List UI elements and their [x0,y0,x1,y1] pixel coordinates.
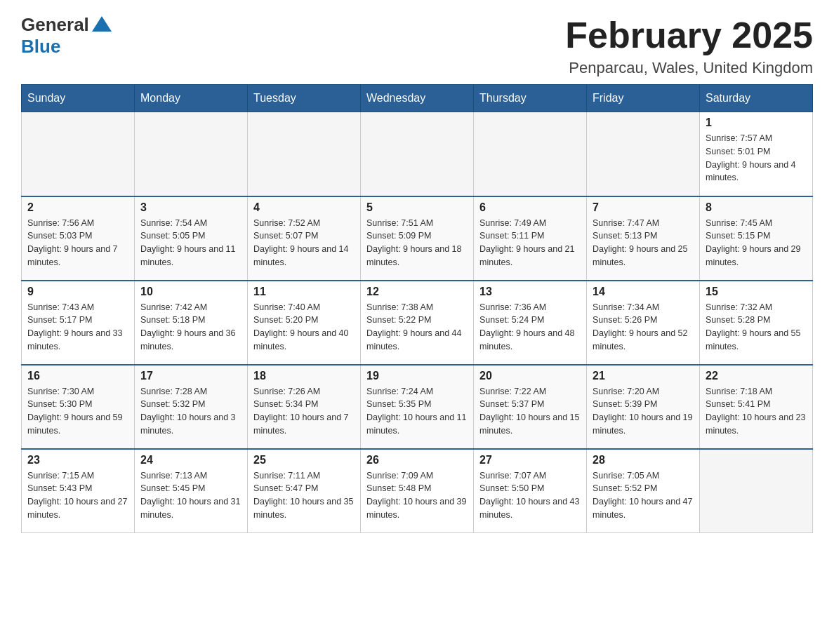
calendar-cell: 17Sunrise: 7:28 AMSunset: 5:32 PMDayligh… [135,365,248,449]
calendar-week-row: 23Sunrise: 7:15 AMSunset: 5:43 PMDayligh… [22,449,813,533]
day-info: Sunrise: 7:42 AMSunset: 5:18 PMDaylight:… [140,301,241,354]
day-info: Sunrise: 7:05 AMSunset: 5:52 PMDaylight:… [593,469,694,522]
day-info: Sunrise: 7:54 AMSunset: 5:05 PMDaylight:… [140,217,241,269]
calendar-week-row: 1Sunrise: 7:57 AMSunset: 5:01 PMDaylight… [22,112,813,196]
calendar-cell [474,112,587,196]
day-number: 20 [479,370,581,382]
day-number: 7 [593,201,694,214]
day-number: 5 [366,201,468,214]
day-number: 11 [253,286,355,298]
calendar-cell [587,112,700,196]
calendar-cell [135,112,248,196]
day-info: Sunrise: 7:07 AMSunset: 5:50 PMDaylight:… [479,469,581,522]
day-number: 21 [593,370,694,382]
day-info: Sunrise: 7:38 AMSunset: 5:22 PMDaylight:… [366,301,468,354]
day-number: 2 [27,201,128,214]
weekday-header-monday: Monday [135,85,248,112]
day-number: 6 [479,201,581,214]
location-subtitle: Penparcau, Wales, United Kingdom [565,59,813,77]
calendar-cell: 27Sunrise: 7:07 AMSunset: 5:50 PMDayligh… [474,449,587,533]
day-number: 28 [593,454,694,467]
calendar-cell: 23Sunrise: 7:15 AMSunset: 5:43 PMDayligh… [22,449,135,533]
day-info: Sunrise: 7:40 AMSunset: 5:20 PMDaylight:… [253,301,355,354]
day-number: 15 [706,286,807,298]
calendar-cell [361,112,474,196]
calendar-cell [248,112,361,196]
day-info: Sunrise: 7:13 AMSunset: 5:45 PMDaylight:… [140,469,241,522]
day-info: Sunrise: 7:52 AMSunset: 5:07 PMDaylight:… [253,217,355,269]
day-info: Sunrise: 7:28 AMSunset: 5:32 PMDaylight:… [140,385,241,438]
calendar-cell: 20Sunrise: 7:22 AMSunset: 5:37 PMDayligh… [474,365,587,449]
day-number: 18 [253,370,355,382]
day-number: 26 [366,454,468,467]
day-number: 22 [706,370,807,382]
logo-blue-text: Blue [21,36,60,58]
day-info: Sunrise: 7:49 AMSunset: 5:11 PMDaylight:… [479,217,581,269]
calendar-cell: 4Sunrise: 7:52 AMSunset: 5:07 PMDaylight… [248,196,361,281]
day-number: 8 [706,201,807,214]
weekday-header-thursday: Thursday [474,85,587,112]
calendar-cell: 5Sunrise: 7:51 AMSunset: 5:09 PMDaylight… [361,196,474,281]
calendar-cell: 6Sunrise: 7:49 AMSunset: 5:11 PMDaylight… [474,196,587,281]
day-number: 13 [479,286,581,298]
day-info: Sunrise: 7:11 AMSunset: 5:47 PMDaylight:… [253,469,355,522]
weekday-header-saturday: Saturday [700,85,813,112]
day-info: Sunrise: 7:56 AMSunset: 5:03 PMDaylight:… [27,217,128,269]
calendar-cell: 22Sunrise: 7:18 AMSunset: 5:41 PMDayligh… [700,365,813,449]
day-number: 3 [140,201,241,214]
day-info: Sunrise: 7:32 AMSunset: 5:28 PMDaylight:… [706,301,807,354]
weekday-header-row: SundayMondayTuesdayWednesdayThursdayFrid… [22,85,813,112]
calendar-cell: 25Sunrise: 7:11 AMSunset: 5:47 PMDayligh… [248,449,361,533]
day-number: 9 [27,286,128,298]
calendar-cell: 3Sunrise: 7:54 AMSunset: 5:05 PMDaylight… [135,196,248,281]
calendar-cell: 2Sunrise: 7:56 AMSunset: 5:03 PMDaylight… [22,196,135,281]
calendar-cell: 13Sunrise: 7:36 AMSunset: 5:24 PMDayligh… [474,281,587,365]
calendar-cell: 15Sunrise: 7:32 AMSunset: 5:28 PMDayligh… [700,281,813,365]
day-number: 19 [366,370,468,382]
weekday-header-friday: Friday [587,85,700,112]
calendar-week-row: 16Sunrise: 7:30 AMSunset: 5:30 PMDayligh… [22,365,813,449]
calendar-week-row: 9Sunrise: 7:43 AMSunset: 5:17 PMDaylight… [22,281,813,365]
calendar-cell: 28Sunrise: 7:05 AMSunset: 5:52 PMDayligh… [587,449,700,533]
title-section: February 2025 Penparcau, Wales, United K… [565,14,813,77]
calendar-cell [700,449,813,533]
day-number: 16 [27,370,128,382]
calendar-cell: 11Sunrise: 7:40 AMSunset: 5:20 PMDayligh… [248,281,361,365]
day-number: 17 [140,370,241,382]
logo: General Blue [21,14,112,58]
day-info: Sunrise: 7:45 AMSunset: 5:15 PMDaylight:… [706,217,807,269]
calendar-week-row: 2Sunrise: 7:56 AMSunset: 5:03 PMDaylight… [22,196,813,281]
day-number: 24 [140,454,241,467]
day-info: Sunrise: 7:20 AMSunset: 5:39 PMDaylight:… [593,385,694,438]
day-number: 4 [253,201,355,214]
calendar-cell: 12Sunrise: 7:38 AMSunset: 5:22 PMDayligh… [361,281,474,365]
day-info: Sunrise: 7:43 AMSunset: 5:17 PMDaylight:… [27,301,128,354]
calendar-cell: 16Sunrise: 7:30 AMSunset: 5:30 PMDayligh… [22,365,135,449]
weekday-header-tuesday: Tuesday [248,85,361,112]
calendar-cell: 7Sunrise: 7:47 AMSunset: 5:13 PMDaylight… [587,196,700,281]
day-number: 1 [706,116,807,129]
calendar-cell: 8Sunrise: 7:45 AMSunset: 5:15 PMDaylight… [700,196,813,281]
day-number: 23 [27,454,128,467]
day-info: Sunrise: 7:09 AMSunset: 5:48 PMDaylight:… [366,469,468,522]
day-info: Sunrise: 7:57 AMSunset: 5:01 PMDaylight:… [706,132,807,185]
logo-general-text: General [21,14,89,36]
calendar-cell: 9Sunrise: 7:43 AMSunset: 5:17 PMDaylight… [22,281,135,365]
calendar-cell: 24Sunrise: 7:13 AMSunset: 5:45 PMDayligh… [135,449,248,533]
calendar-cell: 21Sunrise: 7:20 AMSunset: 5:39 PMDayligh… [587,365,700,449]
day-number: 25 [253,454,355,467]
day-info: Sunrise: 7:22 AMSunset: 5:37 PMDaylight:… [479,385,581,438]
page-header: General Blue February 2025 Penparcau, Wa… [21,14,813,77]
month-title: February 2025 [565,14,813,56]
day-info: Sunrise: 7:47 AMSunset: 5:13 PMDaylight:… [593,217,694,269]
day-info: Sunrise: 7:30 AMSunset: 5:30 PMDaylight:… [27,385,128,438]
day-info: Sunrise: 7:15 AMSunset: 5:43 PMDaylight:… [27,469,128,522]
calendar-cell: 14Sunrise: 7:34 AMSunset: 5:26 PMDayligh… [587,281,700,365]
day-number: 10 [140,286,241,298]
weekday-header-wednesday: Wednesday [361,85,474,112]
day-info: Sunrise: 7:18 AMSunset: 5:41 PMDaylight:… [706,385,807,438]
calendar-cell: 18Sunrise: 7:26 AMSunset: 5:34 PMDayligh… [248,365,361,449]
day-info: Sunrise: 7:34 AMSunset: 5:26 PMDaylight:… [593,301,694,354]
day-info: Sunrise: 7:51 AMSunset: 5:09 PMDaylight:… [366,217,468,269]
logo-triangle-icon [92,16,112,32]
